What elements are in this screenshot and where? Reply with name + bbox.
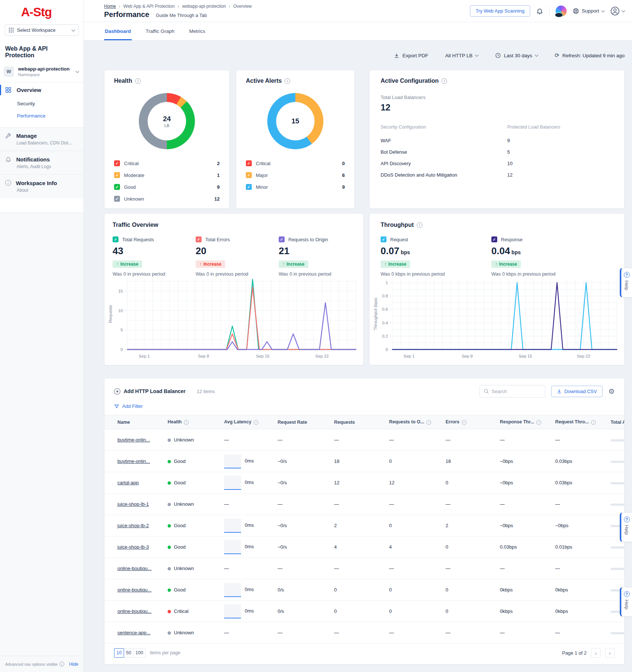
search-input[interactable]: [480, 385, 545, 398]
breadcrumb-item[interactable]: Web App & API Protection: [123, 4, 175, 9]
tenant-avatar[interactable]: [556, 6, 567, 17]
config-col-header: Protected Load Balancers: [507, 124, 613, 135]
checkbox[interactable]: [246, 160, 252, 166]
col-health[interactable]: Healthi: [164, 415, 220, 429]
time-range-dropdown[interactable]: Last 30 days: [495, 52, 538, 58]
next-page-button[interactable]: ›: [605, 648, 615, 658]
checkbox[interactable]: [114, 184, 120, 190]
info-icon[interactable]: i: [285, 78, 290, 84]
col-requests[interactable]: Requests: [330, 415, 385, 429]
support-menu[interactable]: Support: [573, 8, 604, 14]
checkbox[interactable]: [279, 236, 285, 242]
sidebar-item-notifications[interactable]: Notifications Alerts, Audit Logs: [0, 151, 83, 174]
checkbox[interactable]: [491, 236, 497, 242]
lb-name-link[interactable]: online-boutiqu...: [117, 608, 152, 614]
tab-traffic-graph[interactable]: Traffic Graph: [145, 28, 175, 40]
table-row[interactable]: juice-shop-lb-1Unknown———————: [104, 494, 625, 515]
help-tab[interactable]: ? Help: [620, 587, 632, 617]
col-total-ale[interactable]: Total Ale: [607, 415, 625, 429]
guide-me-link[interactable]: Guide Me Through a Tab: [156, 13, 207, 18]
checkbox[interactable]: [381, 236, 387, 242]
chevron-down-icon: [622, 8, 625, 12]
col-request-thro[interactable]: Request Thro...i: [552, 415, 607, 429]
col-errors[interactable]: Errorsi: [442, 415, 496, 429]
bell-icon[interactable]: [536, 7, 543, 15]
gear-icon[interactable]: ⚙: [608, 387, 615, 396]
legend-item[interactable]: Moderate1: [114, 169, 220, 181]
breadcrumb-home[interactable]: Home: [104, 4, 116, 9]
breadcrumb-item[interactable]: webapp-api-protection: [182, 4, 226, 9]
prev-page-button[interactable]: ‹: [591, 648, 601, 658]
help-tab[interactable]: ? Help: [620, 268, 632, 297]
page-size-100[interactable]: 100: [133, 648, 145, 658]
lb-name-link[interactable]: buytime-onlin...: [117, 458, 150, 464]
page-size-50[interactable]: 50: [124, 648, 134, 658]
sidebar-item-workspace-info[interactable]: i Workspace Info About: [0, 174, 83, 198]
col-request-rate[interactable]: Request Rate: [274, 415, 330, 429]
table-row[interactable]: online-boutiqu...Critical0ms0/s0000kbps0…: [104, 601, 625, 622]
legend-item[interactable]: Major6: [246, 169, 345, 181]
lb-name-link[interactable]: sentence-app...: [117, 630, 151, 635]
table-row[interactable]: online-boutiqu...Unknown———————: [104, 558, 625, 579]
tab-dashboard[interactable]: Dashboard: [104, 28, 132, 40]
table-row[interactable]: juice-shop-lb-2Good0ms~0/s202~0bps~0bps: [104, 515, 625, 536]
checkbox[interactable]: [246, 172, 252, 178]
tab-metrics[interactable]: Metrics: [189, 28, 206, 40]
checkbox[interactable]: [113, 236, 118, 242]
sidebar-item-manage[interactable]: Manage Load Balancers, CDN Dist...: [0, 127, 83, 151]
svg-text:1: 1: [386, 280, 388, 285]
col-avg-latency[interactable]: Avg Latencyi: [220, 415, 274, 429]
lb-name-link[interactable]: juice-shop-lb-3: [117, 544, 149, 550]
lb-name-link[interactable]: online-boutiqu...: [117, 566, 152, 571]
lb-name-link[interactable]: online-boutiqu...: [117, 587, 152, 593]
workspace-grid-icon: [9, 28, 14, 33]
card-title: Active Alerts: [246, 78, 282, 84]
checkbox[interactable]: [196, 236, 202, 242]
add-filter-button[interactable]: Add Filter: [114, 403, 624, 409]
sidebar-item-security[interactable]: Security: [0, 98, 83, 110]
checkbox[interactable]: [114, 196, 120, 202]
col-name[interactable]: Name: [104, 415, 164, 429]
checkbox[interactable]: [114, 160, 120, 166]
export-pdf-button[interactable]: Export PDF: [394, 53, 428, 58]
lb-name-link[interactable]: juice-shop-lb-1: [117, 501, 149, 507]
table-row[interactable]: online-boutiqu...Good0ms0/s0000kbps0kbps: [104, 579, 625, 601]
legend-item[interactable]: Critical2: [114, 157, 220, 169]
sidebar-item-subtitle: Alerts, Audit Logs: [17, 164, 78, 169]
refresh-button[interactable]: ⟳ Refresh: Updated 9 min ago: [555, 52, 625, 59]
sidebar-item-overview[interactable]: Overview: [0, 82, 83, 98]
account-menu[interactable]: [610, 6, 625, 16]
help-tab[interactable]: ? Help: [620, 512, 632, 542]
info-icon[interactable]: i: [417, 222, 422, 228]
table-row[interactable]: sentence-app...Unknown———————: [104, 622, 625, 644]
workspace-selector[interactable]: Select Workspace: [5, 24, 79, 36]
lb-filter-dropdown[interactable]: All HTTP LB: [445, 53, 478, 58]
card-title: Throughput: [381, 222, 414, 228]
try-web-app-scanning-button[interactable]: Try Web App Scanning: [470, 5, 530, 17]
page-size-10[interactable]: 10: [114, 648, 124, 658]
table-row[interactable]: buytime-onlin...Good0ms~0/s18016~0bps0.0…: [104, 451, 625, 472]
col-response-thr[interactable]: Response Thr...i: [496, 415, 552, 429]
divider: [549, 7, 550, 16]
legend-item[interactable]: Critical0: [246, 157, 345, 169]
lb-name-link[interactable]: buytime-onlin...: [117, 437, 150, 443]
namespace-selector[interactable]: W webapp-api-protection Namespace: [4, 66, 79, 77]
hide-nav-button[interactable]: Hide: [69, 662, 78, 667]
lb-name-link[interactable]: juice-shop-lb-2: [117, 523, 149, 528]
legend-item[interactable]: Good9: [114, 181, 220, 193]
table-row[interactable]: buytime-onlin...Unknown———————: [104, 429, 625, 451]
legend-item[interactable]: Minor9: [246, 181, 345, 193]
question-icon: ?: [624, 272, 630, 278]
download-csv-button[interactable]: Download CSV: [551, 386, 602, 397]
col-requests-to-o[interactable]: Requests to O...i: [385, 415, 442, 429]
checkbox[interactable]: [246, 184, 252, 190]
table-row[interactable]: cartql-appGood0ms~0/s12120~0bps0.03bps: [104, 472, 625, 494]
lb-name-link[interactable]: cartql-app: [117, 480, 139, 485]
info-icon[interactable]: i: [442, 78, 447, 84]
legend-item[interactable]: Unknown12: [114, 193, 220, 205]
add-http-lb-button[interactable]: + Add HTTP Load Balancer: [114, 388, 186, 395]
sidebar-item-performance[interactable]: Performance: [0, 110, 83, 122]
checkbox[interactable]: [114, 172, 120, 178]
table-row[interactable]: juice-shop-lb-3Good0ms~0/s4400.03bps0.01…: [104, 536, 625, 558]
info-icon[interactable]: i: [135, 78, 141, 84]
